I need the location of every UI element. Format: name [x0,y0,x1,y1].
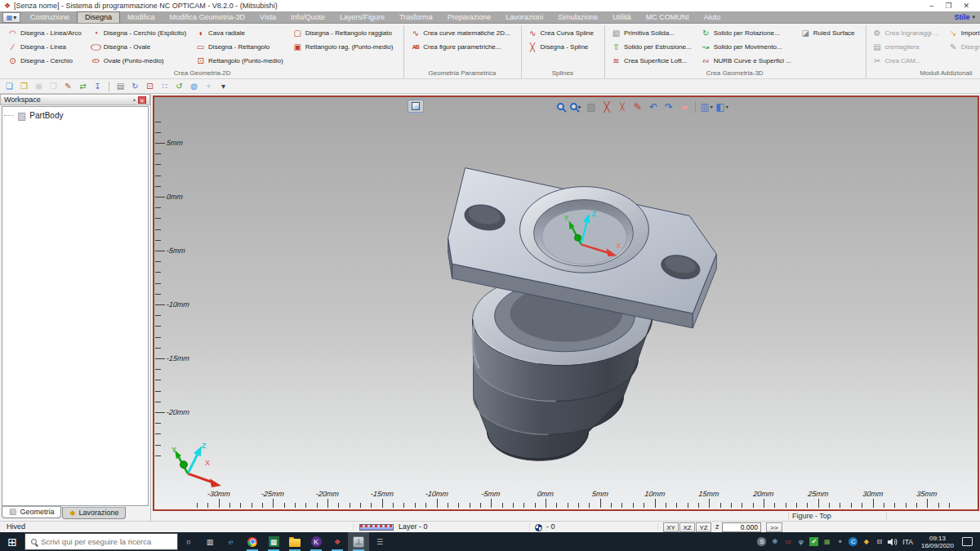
tray-skype-icon[interactable]: S [755,535,768,548]
ruled-surface-button[interactable]: ◪Ruled Surface [798,26,858,39]
importa-punti-button[interactable]: ↘Importa Punti... [946,26,980,39]
point-grid-button[interactable]: ∷ [158,81,171,92]
redraw-button[interactable]: ▨ [584,100,599,113]
layout-views-button[interactable]: ▥▾ [699,100,714,113]
menu-preparazione[interactable]: Preparazione [440,11,499,23]
new-file-button[interactable]: ❏ [3,81,16,92]
world-view-button[interactable]: ◍ [188,81,200,92]
rotate-view-button[interactable]: ↻ [129,81,141,92]
taskbar-app-task-view[interactable]: ▥ [199,532,220,551]
plane-xz-button[interactable]: XZ [679,522,695,532]
solido-per-movimento-button[interactable]: ↝Solido per Movimento... [698,40,794,53]
search-input[interactable] [41,537,172,546]
disegna-linea-arco-button[interactable]: ◠Disegna - Linea/Arco [5,26,84,39]
edit-button[interactable]: ✎ [62,81,74,92]
erase-button[interactable]: ▰ [677,100,692,113]
minimize-button[interactable]: – [929,2,933,10]
menu-info-quote[interactable]: Info/Quote [283,11,332,23]
tray-sync-app-icon[interactable]: C [847,535,859,548]
taskbar-app-opticam[interactable]: ⊥ [348,532,369,551]
disegna-spline-button[interactable]: ╳Disegna - Spline [525,40,596,53]
zoom-button[interactable] [553,100,568,113]
primitiva-solida-button[interactable]: ▧Primitiva Solida... [608,26,694,39]
taskbar-app-edge[interactable]: ℮ [220,532,242,551]
crop-region-button[interactable]: ⊡ [144,81,156,92]
style-menu[interactable]: Stile▾ [954,13,980,21]
taskbar-search[interactable] [24,533,178,550]
save-file-button[interactable]: ▣ [33,81,45,92]
language-indicator[interactable]: ITA [899,538,916,546]
menu-layers-figure[interactable]: Layers/Figure [332,11,392,23]
taskbar-app-calculator[interactable]: ▦ [263,532,284,551]
menu-disegna[interactable]: Disegna [77,11,120,23]
fit-view-button[interactable]: ╳ [599,100,614,113]
cremagliera-button[interactable]: ▤cremagliera [870,40,942,53]
menu-aiuto[interactable]: Aiuto [697,11,728,23]
undo-button[interactable]: ↶ [646,100,661,113]
print-tools-button[interactable]: ▤ [114,81,127,92]
start-button[interactable]: ⊞ [0,532,24,551]
tray-security-center-icon[interactable]: ◆ [860,535,872,548]
import-file-button[interactable]: ↧ [91,81,104,92]
open-file-button[interactable]: ❐ [18,81,30,92]
menu-costruzione[interactable]: Costruzione [23,11,77,23]
tray-satellite-app-icon[interactable]: ⌖ [834,535,846,548]
tree-item-partbody[interactable]: ▧ PartBody [2,107,148,120]
z-value-input[interactable] [722,522,761,532]
tab-lavorazione[interactable]: ◆ Lavorazione [62,507,126,519]
taskbar-app-keepass[interactable]: K [305,532,327,551]
crea-curve-matematiche-2d-button[interactable]: ∿Crea curve matematiche 2D... [408,26,512,39]
disegna-rettangolo-button[interactable]: ▭Disegna - Rettangolo [193,40,286,53]
tray-usb-device-icon[interactable]: ψ [795,535,807,548]
menu-trasforma[interactable]: Trasforma [392,11,440,23]
maximize-button[interactable]: ❐ [945,2,951,10]
workspace-close-button[interactable]: ✕ [138,96,146,104]
tray-network-icon[interactable]: ⊟ [873,535,885,548]
more-tools-button[interactable]: ▾ [217,81,229,92]
fit-selection-button[interactable]: ╳ [615,100,630,113]
tray-remote-app-icon[interactable]: V2 [782,535,794,548]
disegno-elettrodi-button[interactable]: ✎Disegno Elettrodi... [946,40,980,53]
zoom-window-button[interactable]: ▸ [568,100,583,113]
tab-geometria[interactable]: ▧ Geometria [2,506,61,518]
window-menu-button[interactable]: ▦▾ [2,12,20,23]
key-tool-button[interactable]: ✦ [203,81,215,92]
disegna-cerchio-button[interactable]: ⊙Disegna - Cerchio [5,54,84,67]
disegna-rettangolo-raggiato-button[interactable]: ▢Disegna - Rettangolo raggiato [290,26,396,39]
refresh-button[interactable]: ↺ [173,81,185,92]
crea-figure-parametriche-button[interactable]: ABCrea figure parametriche... [408,40,512,53]
plane-yz-button[interactable]: YZ [696,522,711,532]
crea-ingranaggi-button[interactable]: ⚙Crea Ingranaggi ... [870,26,942,39]
menu-lavorazioni[interactable]: Lavorazioni [498,11,550,23]
menu-mc-comuni[interactable]: MC COMUNI [639,11,697,23]
menu-vista[interactable]: Vista [252,11,283,23]
plane-xy-button[interactable]: XY [663,522,679,532]
drawing-canvas[interactable]: X Z Y X Z Y 5mm [153,96,979,511]
pin-icon[interactable]: ▪ [133,96,136,104]
menu-modifica-geometria-3d[interactable]: Modifica Geometria-3D [163,11,253,23]
measure-edit-button[interactable]: ✎ [630,100,645,113]
disegna-linea-button[interactable]: ∕Disegna - Linea [5,40,84,53]
notification-center-icon[interactable] [962,537,973,546]
redo-button[interactable]: ↷ [662,100,676,113]
view-orientation-button[interactable]: ◧▾ [715,100,729,113]
layer-color-chip[interactable] [359,524,394,531]
taskbar-app-chrome[interactable] [242,532,263,551]
taskbar-app-file-explorer[interactable] [284,532,305,551]
close-button[interactable]: ✕ [963,2,969,10]
solido-per-rotazione-button[interactable]: ↻Solido per Rotazione... [698,26,794,39]
rettangolo-rag-punto-medio-button[interactable]: ▣Rettangolo rag. (Punto-medio) [290,40,396,53]
copy-button[interactable]: ❒ [47,81,60,92]
taskbar-app-cortana[interactable]: ○ [178,532,199,551]
crea-curva-spline-button[interactable]: ∿Crea Curva Spline [525,26,596,39]
taskbar-app-database-tool[interactable]: ☰ [369,532,390,551]
tray-green-app-icon[interactable]: ▦ [821,535,833,548]
menu-modifica[interactable]: Modifica [120,11,163,23]
ovale-punto-medio-button[interactable]: ⊙Ovale (Punto-medio) [88,54,189,67]
menu-simulazione[interactable]: Simulazione [550,11,605,23]
tray-antivirus-icon[interactable]: ✔ [808,535,820,548]
nurb-curve-superfici-button[interactable]: ∾NURB Curve e Superfici ... [698,54,794,67]
disegna-cerchio-esplicito-button[interactable]: ◔Disegna - Cerchio (Esplicito) [88,26,189,39]
tray-volume-icon[interactable] [886,535,898,548]
crea-superficie-loft-button[interactable]: ≋Crea Superficie Loft... [608,54,694,67]
